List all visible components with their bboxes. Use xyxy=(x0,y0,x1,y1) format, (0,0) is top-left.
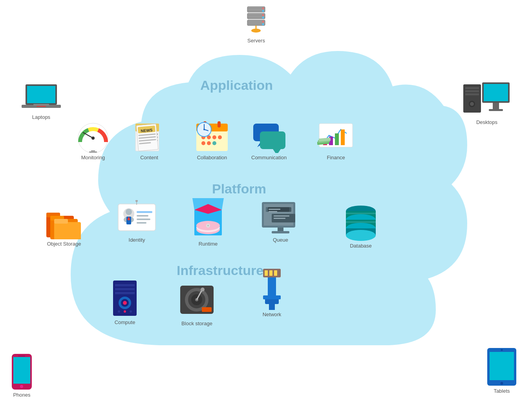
monitoring-icon xyxy=(75,122,111,153)
tablets-icon xyxy=(486,347,517,386)
svg-point-76 xyxy=(203,129,205,130)
svg-rect-105 xyxy=(137,219,150,220)
svg-rect-158 xyxy=(263,295,281,299)
svg-rect-84 xyxy=(335,133,339,145)
phones-item: Phones xyxy=(11,353,33,398)
platform-label: Platform xyxy=(212,181,266,197)
compute-icon xyxy=(109,279,141,318)
svg-rect-159 xyxy=(269,303,275,310)
svg-rect-124 xyxy=(272,231,289,233)
communication-icon xyxy=(251,122,287,153)
svg-point-141 xyxy=(118,310,120,313)
svg-rect-119 xyxy=(269,211,277,212)
identity-icon xyxy=(116,200,157,235)
svg-rect-47 xyxy=(91,150,95,152)
network-icon xyxy=(259,269,285,310)
svg-rect-79 xyxy=(260,131,285,149)
svg-point-112 xyxy=(207,225,209,226)
svg-rect-95 xyxy=(118,204,155,231)
svg-rect-121 xyxy=(274,215,289,217)
svg-rect-36 xyxy=(13,357,30,384)
queue-item: Queue xyxy=(260,200,301,243)
svg-point-71 xyxy=(207,141,211,145)
svg-rect-24 xyxy=(37,106,46,107)
object-storage-icon xyxy=(46,208,82,239)
svg-rect-85 xyxy=(341,129,345,145)
svg-point-41 xyxy=(501,382,503,385)
svg-rect-132 xyxy=(346,213,376,214)
identity-item: Identity xyxy=(116,200,157,243)
content-icon: NEWS NEWS xyxy=(133,122,165,153)
svg-rect-93 xyxy=(54,222,81,239)
svg-point-16 xyxy=(262,21,264,23)
object-storage-item: Object Storage xyxy=(46,208,82,247)
svg-point-17 xyxy=(262,24,264,26)
svg-point-30 xyxy=(470,102,474,106)
block-storage-item: Block storage xyxy=(178,282,216,326)
svg-rect-123 xyxy=(278,228,283,231)
content-item: NEWS NEWS Content xyxy=(133,122,165,160)
queue-icon xyxy=(260,200,301,235)
svg-rect-136 xyxy=(115,288,135,290)
phones-icon xyxy=(11,353,33,390)
svg-rect-135 xyxy=(115,284,135,286)
svg-point-45 xyxy=(91,137,95,140)
svg-point-97 xyxy=(135,200,138,202)
svg-point-131 xyxy=(346,230,376,241)
svg-rect-38 xyxy=(18,355,25,357)
tablets-item: Tablets xyxy=(486,347,517,394)
svg-point-69 xyxy=(218,135,222,139)
database-item: Database xyxy=(343,204,378,249)
svg-rect-23 xyxy=(33,104,49,106)
svg-point-42 xyxy=(501,349,503,351)
svg-point-19 xyxy=(251,29,261,33)
block-storage-icon xyxy=(178,282,216,319)
runtime-icon xyxy=(188,196,228,239)
svg-point-143 xyxy=(130,310,132,313)
svg-point-140 xyxy=(123,301,127,305)
svg-rect-27 xyxy=(465,90,479,92)
svg-rect-34 xyxy=(489,109,503,111)
infrastructure-label: Infrastructure xyxy=(177,263,263,278)
svg-rect-153 xyxy=(265,270,268,276)
svg-rect-40 xyxy=(490,352,514,380)
svg-rect-26 xyxy=(465,87,479,89)
svg-rect-133 xyxy=(346,221,376,223)
desktops-icon xyxy=(463,82,510,118)
svg-rect-122 xyxy=(274,218,285,219)
desktops-item: Desktops xyxy=(463,82,510,125)
finance-icon xyxy=(317,122,355,153)
collaboration-icon xyxy=(192,116,232,153)
network-item: Network xyxy=(259,269,285,317)
database-icon xyxy=(343,204,378,241)
svg-point-150 xyxy=(201,288,205,291)
svg-marker-80 xyxy=(273,149,281,153)
svg-rect-151 xyxy=(202,307,212,312)
svg-rect-33 xyxy=(493,103,499,110)
svg-point-11 xyxy=(262,17,264,19)
svg-point-70 xyxy=(201,141,205,145)
svg-rect-106 xyxy=(137,222,146,224)
svg-rect-155 xyxy=(274,270,277,276)
svg-rect-65 xyxy=(218,121,221,128)
runtime-item: Runtime xyxy=(188,196,228,247)
svg-point-37 xyxy=(20,385,23,388)
communication-item: Communication xyxy=(251,122,287,160)
svg-rect-21 xyxy=(27,86,55,103)
svg-point-99 xyxy=(126,209,132,215)
servers-item: Servers xyxy=(243,5,269,44)
servers-icon xyxy=(243,5,269,36)
laptops-item: Laptops xyxy=(22,84,61,120)
monitoring-item: Monitoring xyxy=(75,122,111,160)
application-label: Application xyxy=(200,78,273,93)
svg-rect-32 xyxy=(484,84,508,101)
svg-rect-94 xyxy=(54,219,68,224)
svg-point-10 xyxy=(262,14,264,16)
compute-item: Compute xyxy=(109,279,141,325)
svg-rect-137 xyxy=(115,292,135,294)
svg-rect-28 xyxy=(465,93,479,95)
svg-point-142 xyxy=(124,310,126,313)
svg-rect-154 xyxy=(269,270,272,276)
svg-rect-118 xyxy=(269,209,280,210)
svg-point-4 xyxy=(262,7,264,9)
